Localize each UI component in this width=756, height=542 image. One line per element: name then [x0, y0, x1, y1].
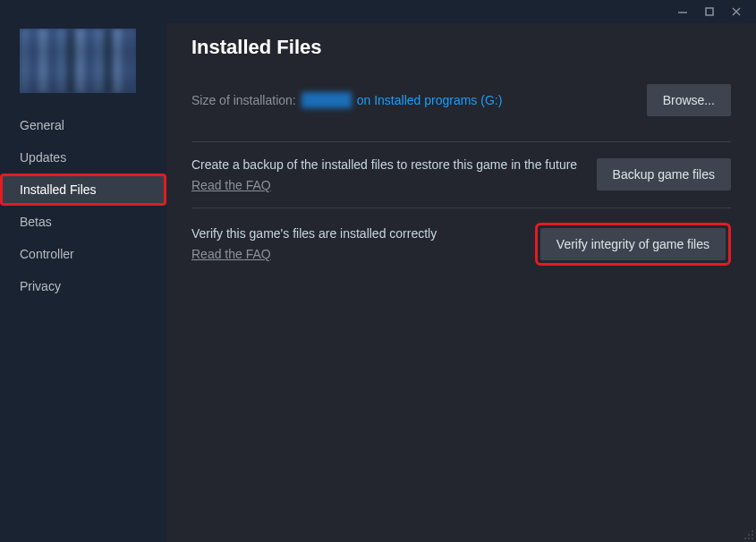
backup-description: Create a backup of the installed files t… [191, 157, 579, 174]
close-button[interactable] [724, 2, 749, 21]
maximize-button[interactable] [697, 2, 722, 21]
sidebar-item-updates[interactable]: Updates [0, 141, 166, 174]
svg-rect-1 [706, 8, 713, 15]
backup-section: Create a backup of the installed files t… [191, 141, 731, 207]
sidebar-item-betas[interactable]: Betas [0, 206, 166, 238]
installation-size-row: Size of installation: on Installed progr… [191, 84, 731, 116]
sidebar: General Updates Installed Files Betas Co… [0, 23, 166, 542]
backup-faq-link[interactable]: Read the FAQ [191, 178, 271, 192]
verify-section: Verify this game's files are installed c… [191, 207, 731, 280]
verify-faq-link[interactable]: Read the FAQ [191, 247, 271, 261]
backup-game-files-button[interactable]: Backup game files [597, 158, 731, 191]
svg-point-5 [748, 534, 750, 536]
sidebar-item-controller[interactable]: Controller [0, 238, 166, 270]
sidebar-item-privacy[interactable]: Privacy [0, 270, 166, 302]
installation-location-link[interactable]: on Installed programs (G:) [357, 93, 503, 107]
svg-point-9 [752, 538, 753, 539]
browse-button[interactable]: Browse... [647, 84, 731, 116]
svg-point-8 [748, 538, 750, 539]
sidebar-nav: General Updates Installed Files Betas Co… [0, 109, 166, 302]
svg-point-4 [752, 530, 753, 532]
page-title: Installed Files [191, 36, 731, 59]
game-thumbnail [20, 29, 136, 93]
svg-point-6 [752, 534, 753, 536]
window-titlebar [0, 0, 756, 23]
verify-description: Verify this game's files are installed c… [191, 225, 517, 242]
minimize-button[interactable] [670, 2, 695, 21]
svg-point-7 [744, 538, 746, 539]
verify-button-highlight: Verify integrity of game files [535, 223, 731, 266]
sidebar-item-general[interactable]: General [0, 109, 166, 141]
content-panel: Installed Files Size of installation: on… [166, 23, 756, 542]
size-label: Size of installation: [191, 93, 296, 107]
sidebar-item-installed-files[interactable]: Installed Files [0, 174, 166, 206]
resize-grip-icon[interactable] [742, 528, 754, 540]
verify-integrity-button[interactable]: Verify integrity of game files [540, 228, 726, 260]
size-value-redacted [302, 92, 352, 108]
